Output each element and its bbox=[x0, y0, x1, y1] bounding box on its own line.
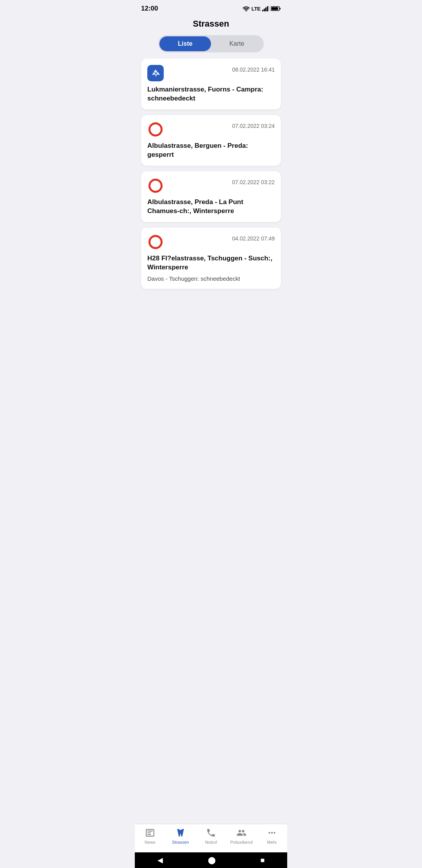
mehr-icon bbox=[266, 827, 277, 838]
card-2-timestamp: 07.02.2022 03:24 bbox=[232, 121, 275, 129]
segment-karte[interactable]: Karte bbox=[211, 36, 263, 51]
card-3-title: Albulastrasse, Preda - La Punt Chamues-c… bbox=[147, 198, 275, 216]
notruf-icon bbox=[206, 827, 216, 838]
segment-control[interactable]: Liste Karte bbox=[158, 35, 264, 52]
home-button[interactable]: ⬤ bbox=[198, 853, 225, 868]
card-1-timestamp: 08.02.2022 16:41 bbox=[232, 65, 275, 73]
nav-item-notruf[interactable]: Notruf bbox=[196, 827, 226, 845]
card-4-timestamp: 04.02.2022 07:49 bbox=[232, 234, 275, 242]
card-2-title: Albulastrasse, Berguen - Preda: gesperrt bbox=[147, 142, 275, 160]
status-time: 12:00 bbox=[141, 5, 158, 13]
android-nav-bar: ◀ ⬤ ■ bbox=[135, 852, 287, 868]
svg-rect-4 bbox=[268, 6, 269, 11]
strassen-icon bbox=[175, 827, 186, 838]
nav-label-news: News bbox=[145, 840, 156, 845]
nav-label-strassen: Strassen bbox=[172, 840, 189, 845]
nav-label-notruf: Notruf bbox=[205, 840, 217, 845]
status-icons: LTE bbox=[243, 6, 281, 12]
people-icon bbox=[236, 828, 247, 838]
circle-closed-3 bbox=[148, 179, 163, 193]
wifi-icon bbox=[243, 6, 250, 11]
back-button[interactable]: ◀ bbox=[148, 853, 172, 868]
card-4-header: 04.02.2022 07:49 bbox=[147, 234, 275, 250]
page-header: Strassen bbox=[135, 16, 287, 34]
road-closed-icon-3 bbox=[147, 178, 164, 194]
svg-rect-2 bbox=[265, 7, 266, 11]
road-card-1[interactable]: 08.02.2022 16:41 Lukmanierstrasse, Fuorn… bbox=[141, 59, 281, 109]
recents-button[interactable]: ■ bbox=[251, 853, 274, 868]
battery-icon bbox=[271, 6, 281, 11]
card-1-header: 08.02.2022 16:41 bbox=[147, 65, 275, 81]
nav-item-polizeiberuf[interactable]: Polizeiberuf bbox=[226, 827, 257, 845]
card-4-subtitle: Davos - Tschuggen: schneebedeckt bbox=[147, 274, 275, 283]
page-title: Strassen bbox=[135, 19, 287, 29]
segment-liste[interactable]: Liste bbox=[159, 36, 211, 51]
circle-closed-4 bbox=[148, 235, 163, 249]
circle-closed-2 bbox=[148, 122, 163, 136]
road-card-4[interactable]: 04.02.2022 07:49 H28 Fl?elastrasse, Tsch… bbox=[141, 228, 281, 289]
card-3-timestamp: 07.02.2022 03:22 bbox=[232, 178, 275, 185]
snow-icon bbox=[147, 65, 164, 81]
newspaper-icon bbox=[145, 828, 155, 838]
card-2-header: 07.02.2022 03:24 bbox=[147, 121, 275, 138]
phone-icon bbox=[206, 828, 216, 838]
card-3-header: 07.02.2022 03:22 bbox=[147, 178, 275, 194]
lte-indicator: LTE bbox=[251, 6, 261, 12]
road-icon bbox=[175, 828, 186, 838]
cards-list: 08.02.2022 16:41 Lukmanierstrasse, Fuorn… bbox=[135, 59, 287, 868]
svg-rect-7 bbox=[272, 7, 278, 10]
bottom-nav: News Strassen Notruf Polizeiberuf bbox=[135, 824, 287, 852]
road-card-3[interactable]: 07.02.2022 03:22 Albulastrasse, Preda - … bbox=[141, 171, 281, 222]
polizeiberuf-icon bbox=[236, 827, 247, 838]
status-bar: 12:00 LTE bbox=[135, 0, 287, 16]
snowflake-icon bbox=[150, 68, 161, 78]
road-closed-icon-4 bbox=[147, 234, 164, 250]
nav-item-strassen[interactable]: Strassen bbox=[165, 827, 196, 845]
svg-rect-1 bbox=[264, 9, 265, 11]
nav-item-news[interactable]: News bbox=[135, 827, 165, 845]
nav-item-mehr[interactable]: Mehr bbox=[257, 827, 287, 845]
road-closed-icon-2 bbox=[147, 121, 164, 138]
nav-label-polizeiberuf: Polizeiberuf bbox=[230, 840, 252, 845]
road-card-2[interactable]: 07.02.2022 03:24 Albulastrasse, Berguen … bbox=[141, 115, 281, 166]
svg-rect-6 bbox=[280, 8, 281, 9]
card-1-title: Lukmanierstrasse, Fuorns - Campra: schne… bbox=[147, 85, 275, 103]
news-icon bbox=[145, 827, 156, 838]
nav-label-mehr: Mehr bbox=[267, 840, 277, 845]
svg-rect-0 bbox=[262, 10, 263, 11]
more-icon bbox=[267, 828, 277, 838]
card-4-title: H28 Fl?elastrasse, Tschuggen - Susch:, W… bbox=[147, 254, 275, 272]
signal-icon bbox=[262, 6, 269, 11]
svg-rect-3 bbox=[267, 6, 268, 11]
